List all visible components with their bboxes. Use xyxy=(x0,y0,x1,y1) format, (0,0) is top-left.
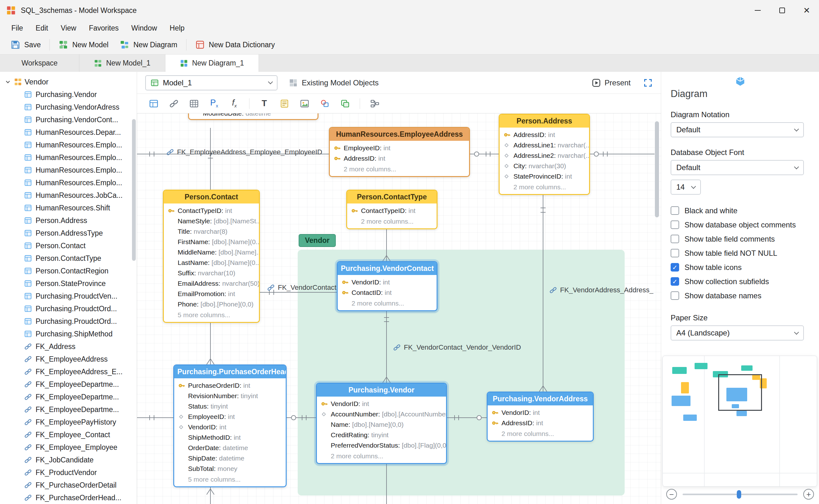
field-row[interactable]: NameStyle:[dbo].[NameSt... xyxy=(164,216,259,226)
field-row[interactable]: ContactID:int xyxy=(338,287,437,298)
tree-item-humanresources-emplo[interactable]: HumanResources.Emplo... xyxy=(0,151,137,164)
field-row[interactable]: EmployeeID:int xyxy=(174,411,286,422)
field-row[interactable]: MiddleName:[dbo].[Name]... xyxy=(164,247,259,257)
tree-item-humanresources-depar[interactable]: HumanResources.Depar... xyxy=(0,126,137,139)
tree-item-fk-productvendor[interactable]: FK_ProductVendor xyxy=(0,466,137,479)
menu-item-window[interactable]: Window xyxy=(125,21,163,35)
relationship-label-fk-vendoraddress-address[interactable]: FK_VendorAddress_Address_ xyxy=(549,286,653,294)
tree-item-humanresources-emplo[interactable]: HumanResources.Emplo... xyxy=(0,139,137,151)
tree-item-fk-employeepayhistory[interactable]: FK_EmployeePayHistory xyxy=(0,416,137,428)
field-row[interactable]: PurchaseOrderID:int xyxy=(174,380,286,391)
tree-root-vendor[interactable]: Vendor xyxy=(0,76,137,88)
entity-header[interactable]: Purchasing.PurchaseOrderHeader xyxy=(174,365,286,378)
more-columns-label[interactable]: 2 more columns... xyxy=(347,216,437,228)
image-tool-button[interactable] xyxy=(297,96,312,111)
field-row[interactable]: ShipMethodID:int xyxy=(174,432,286,443)
entity-header[interactable]: Person.Address xyxy=(500,115,589,128)
more-columns-label[interactable]: 2 more columns... xyxy=(330,164,469,176)
more-columns-label[interactable]: 2 more columns... xyxy=(488,429,593,441)
zoom-out-button[interactable]: − xyxy=(666,489,677,500)
tree-item-fk-employee-employee[interactable]: FK_Employee_Employee xyxy=(0,441,137,454)
paper-size-select[interactable]: A4 (Landscape) xyxy=(671,325,804,341)
entity-header[interactable]: Purchasing.VendorAddress xyxy=(488,392,593,405)
menu-item-help[interactable]: Help xyxy=(163,21,191,35)
tree-item-fk-employeeaddress[interactable]: FK_EmployeeAddress xyxy=(0,353,137,365)
more-columns-label[interactable]: 2 more columns... xyxy=(500,182,589,194)
tree-item-person-address[interactable]: Person.Address xyxy=(0,214,137,227)
zoom-slider-thumb[interactable] xyxy=(737,490,741,499)
tab-new-diagram-1[interactable]: New Diagram_1 xyxy=(165,54,259,72)
entity-header[interactable]: Purchasing.Vendor xyxy=(317,384,446,397)
menu-item-edit[interactable]: Edit xyxy=(29,21,54,35)
tab-workspace[interactable]: Workspace xyxy=(0,54,79,72)
entity-header[interactable]: Person.ContactType xyxy=(347,191,437,203)
field-row[interactable]: ShipDate:datetime xyxy=(174,453,286,463)
field-row[interactable]: OrderDate:datetime xyxy=(174,443,286,453)
more-columns-label[interactable]: 2 more columns... xyxy=(317,451,446,463)
tree-item-person-addresstype[interactable]: Person.AddressType xyxy=(0,227,137,239)
entity-header[interactable]: HumanResources.EmployeeAddress xyxy=(330,128,469,141)
fk-tool-button[interactable]: Px xyxy=(207,96,221,111)
entity-purchasing-vendorcontact[interactable]: Purchasing.VendorContactVendorID:intCont… xyxy=(337,261,438,311)
field-row[interactable]: VendorID:int xyxy=(488,407,593,418)
tree-item-fk-address[interactable]: FK_Address xyxy=(0,340,137,353)
field-row[interactable]: VendorID:int xyxy=(338,277,437,287)
field-row[interactable]: City:nvarchar(30) xyxy=(500,161,589,171)
entity-person-address[interactable]: Person.AddressAddressID:intAddressLine1:… xyxy=(499,114,590,195)
new-diagram-button[interactable]: New Diagram xyxy=(114,37,183,52)
field-row[interactable]: FirstName:[dbo].[Name](0... xyxy=(164,237,259,247)
checkbox-show-table-icons[interactable]: ✓ xyxy=(671,263,679,272)
field-row[interactable]: Status:tinyint xyxy=(174,401,286,411)
entity-person-contact[interactable]: Person.ContactContactTypeID:intNameStyle… xyxy=(163,190,260,323)
tree-item-purchasing-vendorcont[interactable]: Purchasing.VendorCont... xyxy=(0,113,137,126)
duplicate-tool-button[interactable] xyxy=(338,96,352,111)
vendor-region-label[interactable]: Vendor xyxy=(299,234,336,247)
close-button[interactable]: ✕ xyxy=(794,0,819,21)
entity-purchasing-vendoraddress[interactable]: Purchasing.VendorAddressVendorID:intAddr… xyxy=(487,392,594,442)
checkbox-black-and-white[interactable] xyxy=(671,206,679,215)
field-row[interactable]: AddressLine2:nvarchar(... xyxy=(500,150,589,161)
tree-item-humanresources-shift[interactable]: HumanResources.Shift xyxy=(0,202,137,214)
menu-item-view[interactable]: View xyxy=(54,21,83,35)
field-row[interactable]: ContactTypeID:int xyxy=(347,205,437,216)
relationship-label-fk-employeeaddress-employee-employeeid[interactable]: FK_EmployeeAddress_Employee_EmployeeID xyxy=(166,148,322,156)
field-row[interactable]: CreditRating:tinyint xyxy=(317,430,446,440)
more-columns-label[interactable]: 2 more columns... xyxy=(338,298,437,310)
minimap-viewport[interactable] xyxy=(718,374,762,411)
tree-item-purchasing-proudctord[interactable]: Purchasing.ProudctOrd... xyxy=(0,315,137,328)
field-row[interactable]: EmailPromotion:int xyxy=(164,289,259,299)
checkbox-show-database-names[interactable] xyxy=(671,291,679,300)
tree-item-person-stateprovince[interactable]: Person.StateProvince xyxy=(0,277,137,290)
entity-purchasing-vendor[interactable]: Purchasing.VendorVendorID:intAccountNumb… xyxy=(316,383,447,464)
field-row[interactable]: EmployeeID:int xyxy=(330,143,469,153)
zoom-in-button[interactable]: + xyxy=(803,489,814,500)
tree-item-fk-purchaseorderdetail[interactable]: FK_PurchaseOrderDetail xyxy=(0,479,137,491)
entity-person-contacttype[interactable]: Person.ContactTypeContactTypeID:int2 mor… xyxy=(346,190,438,229)
new-data-dictionary-button[interactable]: New Data Dictionary xyxy=(190,37,281,52)
field-row[interactable]: AccountNumber:[dbo].[AccountNumber]... xyxy=(317,409,446,419)
field-row[interactable]: RevisionNumber:tinyint xyxy=(174,391,286,401)
shape-tool-button[interactable] xyxy=(318,96,332,111)
tree-item-purchasing-shipmethod[interactable]: Purchasing.ShipMethod xyxy=(0,328,137,340)
checkbox-show-collection-subfields[interactable]: ✓ xyxy=(671,277,679,286)
more-columns-label[interactable]: 5 more columns... xyxy=(174,474,286,486)
field-row[interactable]: AddressID:int xyxy=(500,129,589,140)
present-button[interactable]: Present xyxy=(592,78,631,88)
field-row[interactable]: ModifiedDate:datetime xyxy=(189,113,318,118)
field-row[interactable]: VendorID:int xyxy=(317,398,446,409)
tree-item-fk-jobcandidate[interactable]: FK_JobCandidate xyxy=(0,454,137,466)
field-row[interactable]: AddressLine1:nvarchar(... xyxy=(500,140,589,150)
tree-item-fk-employee-contact[interactable]: FK_Employee_Contact xyxy=(0,428,137,441)
tree-item-purchasing-vendoradress[interactable]: Purchasing.VendorAdress xyxy=(0,101,137,113)
sidebar-scrollbar[interactable] xyxy=(132,119,136,261)
entity-clipped-table[interactable]: ModifiedDate:datetime xyxy=(188,113,318,120)
function-tool-button[interactable]: fx xyxy=(227,96,242,111)
entity-humanresources-employeeaddress[interactable]: HumanResources.EmployeeAddressEmployeeID… xyxy=(329,127,470,177)
more-columns-label[interactable]: 5 more columns... xyxy=(164,310,259,322)
field-row[interactable]: EmailAddress:nvarchar(50) xyxy=(164,278,259,289)
fullscreen-button[interactable] xyxy=(643,78,653,88)
diagram-notation-select[interactable]: Default xyxy=(671,122,804,137)
tree-item-fk-employeedepartme[interactable]: FK_EmployeeDepartme... xyxy=(0,378,137,391)
tree-item-purchasing-vendor[interactable]: Purchasing.Vendor xyxy=(0,88,137,101)
tree-item-purchasing-proudctord[interactable]: Purchasing.ProudctOrd... xyxy=(0,302,137,315)
